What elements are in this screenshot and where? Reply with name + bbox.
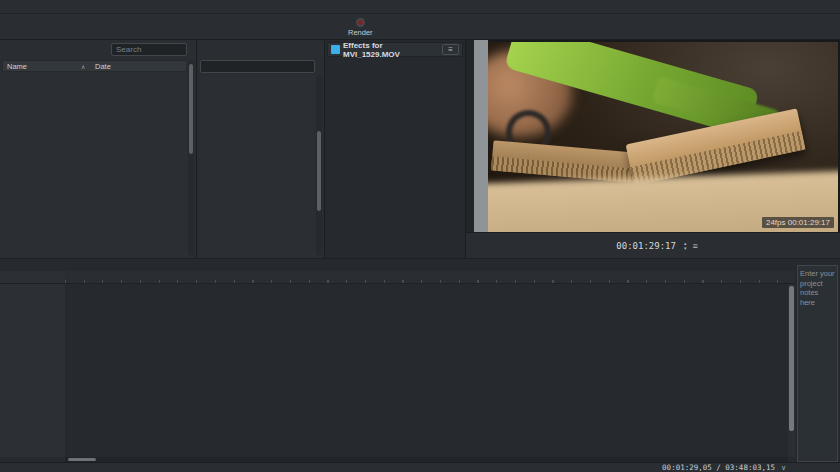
monitor-menu-button[interactable]: ≡ [692, 241, 697, 251]
effects-panel [197, 40, 325, 258]
effects-scrollbar-thumb[interactable] [317, 131, 321, 211]
dock-tab-row [0, 258, 840, 271]
track-area [65, 284, 795, 457]
bin-scrollbar-thumb[interactable] [189, 64, 193, 154]
column-name[interactable]: Name [3, 62, 81, 71]
effect-stack-panel: Effects for MVI_1529.MOV ≡ [325, 40, 466, 258]
timecode-spinner[interactable]: ▴ ▾ [684, 241, 687, 251]
main-toolbar: Render [0, 14, 840, 40]
bin-column-headers[interactable]: Name ∧ Date [2, 60, 187, 72]
timeline-ruler[interactable] [65, 271, 795, 284]
column-date[interactable]: Date [93, 62, 111, 71]
timeline-vscrollbar-thumb[interactable] [789, 286, 794, 431]
bin-clip-list [2, 72, 187, 258]
track-headers [0, 284, 65, 457]
kdenlive-window: Render Name ∧ Date Effects for MVI_1529.… [0, 0, 840, 472]
effects-scrollbar[interactable] [316, 76, 322, 255]
pane-splitter[interactable] [474, 40, 488, 232]
render-icon [356, 18, 365, 27]
timeline-hscrollbar-thumb[interactable] [68, 458, 96, 461]
project-notes[interactable]: Enter your project notes here [797, 265, 838, 462]
monitor-video: 24fps 00:01:29:17 [488, 42, 838, 232]
render-label: Render [348, 28, 373, 37]
monitor-overlay-timecode: 24fps 00:01:29:17 [762, 217, 834, 228]
timeline-corner [0, 271, 65, 284]
sort-ascending-icon: ∧ [81, 63, 93, 70]
effects-search-input[interactable] [200, 60, 315, 73]
monitor-panel: 24fps 00:01:29:17 00:01:29:17 ▴ ▾ ≡ [466, 40, 840, 258]
effect-stack-icon [331, 45, 340, 54]
status-bar: 00:01:29,05 / 03:48:03,15 ∨ [0, 462, 840, 472]
bin-scrollbar[interactable] [188, 60, 194, 255]
monitor-gutter [466, 40, 474, 258]
status-timecode: 00:01:29,05 / 03:48:03,15 [662, 463, 775, 472]
menu-bar [0, 0, 840, 14]
monitor-timecode[interactable]: 00:01:29:17 [616, 241, 676, 251]
render-button[interactable]: Render [348, 15, 373, 39]
bin-search-input[interactable] [111, 43, 187, 56]
effect-stack-header: Effects for MVI_1529.MOV ≡ [327, 42, 463, 57]
timeline [0, 271, 840, 462]
effect-stack-menu-button[interactable]: ≡ [442, 44, 459, 55]
effects-list [199, 76, 315, 258]
status-chevron-icon[interactable]: ∨ [779, 463, 788, 472]
project-bin-panel: Name ∧ Date [0, 40, 197, 258]
monitor-transport-bar: 00:01:29:17 ▴ ▾ ≡ [466, 232, 840, 258]
effect-stack-title: Effects for MVI_1529.MOV [343, 41, 439, 59]
spinner-down-icon[interactable]: ▾ [684, 246, 687, 251]
timeline-vscrollbar[interactable] [788, 284, 795, 457]
